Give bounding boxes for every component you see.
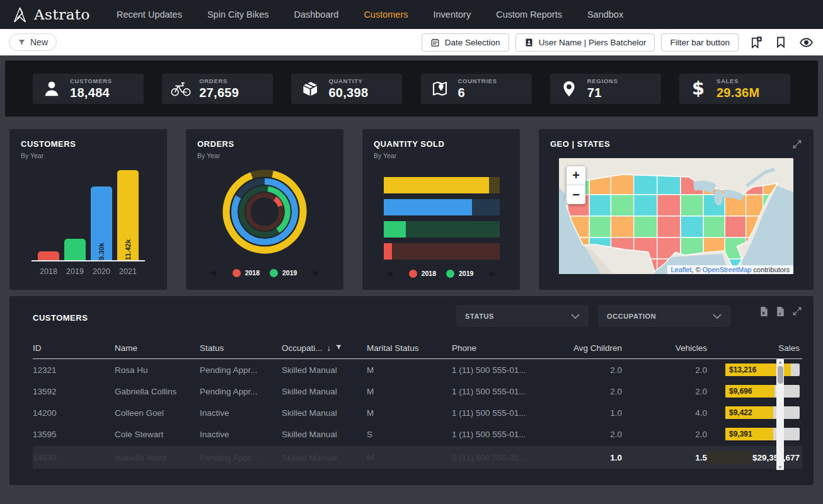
legend-item-2019[interactable]: 2019 bbox=[446, 270, 473, 278]
app-root: Astrato Recent UpdatesSpin City BikesDas… bbox=[0, 0, 823, 485]
kpi-countries: COUNTRIES 6 bbox=[421, 74, 532, 104]
openstreetmap-link[interactable]: OpenStreetMap bbox=[703, 266, 752, 273]
sales-bar-cell: $9,391 bbox=[707, 428, 800, 440]
nav-items: Recent UpdatesSpin City BikesDashboardCu… bbox=[117, 9, 623, 20]
column-header-id[interactable]: ID bbox=[33, 343, 115, 353]
column-filter-icon[interactable] bbox=[335, 343, 342, 353]
legend-dot bbox=[409, 270, 417, 278]
chart-legend: ◀ 2018 2019 ▶ bbox=[197, 268, 332, 277]
quantity-bar-fill bbox=[384, 199, 472, 215]
bookmark-icon[interactable] bbox=[773, 34, 789, 50]
nav-item-dashboard[interactable]: Dashboard bbox=[294, 9, 338, 20]
us-states-map[interactable] bbox=[559, 158, 793, 274]
column-header-name[interactable]: Name bbox=[115, 343, 200, 353]
legend-label: 2019 bbox=[459, 270, 473, 277]
column-header-marital-status[interactable]: Marital Status bbox=[367, 343, 452, 353]
table-row[interactable]: 12321 Rosa Hu Pending Appr... Skilled Ma… bbox=[33, 359, 802, 381]
x-tick-label: 2020 bbox=[91, 267, 112, 276]
kpi-value: 60,398 bbox=[328, 86, 368, 100]
location-pin-icon bbox=[558, 80, 580, 98]
quantity-bar-2019[interactable] bbox=[384, 221, 500, 238]
nav-item-custom-reports[interactable]: Custom Reports bbox=[496, 9, 562, 20]
nav-item-inventory[interactable]: Inventory bbox=[434, 9, 471, 20]
kpi-band: CUSTOMERS 18,484 ORDERS 27,659 QUANTITY … bbox=[5, 60, 818, 117]
user-button[interactable]: User Name | Piers Batchelor bbox=[515, 33, 655, 52]
bar-2019[interactable] bbox=[64, 239, 86, 260]
expand-icon[interactable] bbox=[792, 139, 802, 149]
map-zoom-in-button[interactable]: + bbox=[567, 166, 585, 185]
legend-label: 2018 bbox=[422, 270, 436, 277]
brand[interactable]: Astrato bbox=[11, 6, 90, 23]
nav-item-spin-city-bikes[interactable]: Spin City Bikes bbox=[207, 9, 269, 20]
map-attribution: Leaflet, © OpenStreetMap contributors bbox=[667, 265, 794, 274]
chevron-down-icon bbox=[571, 314, 580, 319]
bar-value-label: 9.30k bbox=[98, 191, 105, 260]
bar-2020[interactable]: 9.30k bbox=[91, 186, 112, 260]
filter-dropdown-status[interactable]: STATUS bbox=[456, 305, 589, 327]
legend-dot bbox=[270, 269, 278, 277]
panel-subtitle: By Year bbox=[197, 152, 332, 159]
scrollbar-thumb[interactable] bbox=[778, 366, 783, 384]
sort-descending-icon[interactable]: ↓ bbox=[327, 343, 331, 353]
filter-dropdown-occupation[interactable]: OCCUPATION bbox=[598, 305, 730, 327]
filter-funnel-icon bbox=[18, 38, 26, 47]
geo-map[interactable]: + − Leaflet, © OpenStreetMap contributor… bbox=[559, 158, 793, 274]
column-header-vehicles[interactable]: Vehicles bbox=[622, 343, 707, 353]
quantity-bar-2021[interactable] bbox=[384, 177, 500, 193]
quantity-bar-2020[interactable] bbox=[384, 199, 500, 215]
astrato-logo-icon bbox=[11, 6, 28, 23]
geo-states-panel: GEO | STATES + − bbox=[539, 129, 814, 290]
x-axis-labels: 2018201920202021 bbox=[21, 267, 156, 276]
export-csv-icon[interactable]: , bbox=[776, 306, 785, 317]
bookmark-add-icon[interactable] bbox=[747, 34, 764, 50]
scroll-down-arrow[interactable]: ▼ bbox=[776, 465, 784, 469]
column-header-sales[interactable]: Sales bbox=[707, 343, 800, 353]
legend-prev-arrow[interactable]: ◀ bbox=[386, 269, 392, 278]
person-icon bbox=[40, 79, 63, 98]
export-xlsx-icon[interactable]: x bbox=[759, 306, 769, 317]
bicycle-icon bbox=[170, 80, 192, 98]
leaflet-link[interactable]: Leaflet bbox=[671, 266, 692, 273]
bar-2018[interactable] bbox=[38, 251, 59, 260]
quantity-bar-fill bbox=[384, 177, 489, 193]
table-filters: STATUS OCCUPATION bbox=[456, 305, 730, 327]
nav-item-recent-updates[interactable]: Recent Updates bbox=[117, 9, 182, 20]
nav-item-customers[interactable]: Customers bbox=[364, 9, 408, 20]
panel-title: ORDERS bbox=[197, 139, 332, 149]
filter-bar-button[interactable]: Filter bar button bbox=[661, 33, 739, 52]
table-scrollbar[interactable]: ▲ ▼ bbox=[776, 359, 784, 470]
legend-item-2018[interactable]: 2018 bbox=[233, 269, 260, 277]
table-row[interactable]: 13595 Cole Stewart Inactive Skilled Manu… bbox=[33, 423, 802, 445]
table-row[interactable]: 13592 Gabriella Collins Pending Appr... … bbox=[33, 381, 802, 402]
panel-title: GEO | STATES bbox=[550, 139, 610, 149]
donut-rings[interactable] bbox=[217, 164, 312, 259]
bar-2021[interactable]: 11.42k bbox=[117, 170, 139, 260]
kpi-sales: $ SALES 29.36M bbox=[679, 74, 790, 104]
column-header-status[interactable]: Status bbox=[200, 343, 282, 353]
expand-icon[interactable] bbox=[792, 306, 802, 317]
new-filter-button[interactable]: New bbox=[9, 33, 57, 51]
legend-item-2018[interactable]: 2018 bbox=[409, 270, 436, 278]
legend-prev-arrow[interactable]: ◀ bbox=[210, 268, 216, 277]
table-row[interactable]: 14200 Colleen Goel Inactive Skilled Manu… bbox=[33, 402, 802, 423]
column-header-occupati[interactable]: Occupati... ↓ bbox=[282, 343, 367, 353]
total-avg-children: 1.0 bbox=[556, 453, 622, 462]
map-zoom-out-button[interactable]: − bbox=[567, 185, 585, 204]
filter-label: STATUS bbox=[465, 312, 494, 320]
legend-next-arrow[interactable]: ▶ bbox=[490, 269, 495, 278]
sales-bar-cell: $9,696 bbox=[707, 385, 800, 398]
scroll-up-arrow[interactable]: ▲ bbox=[776, 360, 784, 364]
eye-icon[interactable] bbox=[798, 34, 814, 50]
legend-item-2019[interactable]: 2019 bbox=[270, 269, 297, 277]
brand-name: Astrato bbox=[34, 6, 90, 23]
legend-next-arrow[interactable]: ▶ bbox=[313, 268, 319, 277]
quantity-bar-2018[interactable] bbox=[384, 243, 500, 260]
column-header-avg-children[interactable]: Avg Children bbox=[556, 343, 622, 353]
column-header-phone[interactable]: Phone bbox=[452, 343, 556, 353]
date-selection-button[interactable]: Date Selection bbox=[422, 33, 509, 52]
kpi-label: ORDERS bbox=[199, 77, 239, 84]
nav-item-sandbox[interactable]: Sandbox bbox=[587, 9, 623, 20]
toolbar: New Date Selection User Name | Piers Bat… bbox=[0, 29, 823, 55]
sales-bar-cell: $13,216 bbox=[707, 364, 800, 376]
map-icon bbox=[429, 79, 451, 98]
